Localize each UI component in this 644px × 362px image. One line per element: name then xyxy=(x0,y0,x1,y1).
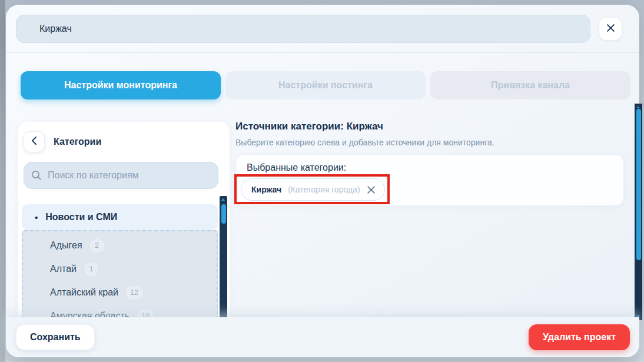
header-divider xyxy=(6,52,639,53)
modal-footer: Сохранить Удалить проект xyxy=(6,317,639,357)
selected-category-chip: Киржач (Категория города) xyxy=(241,178,385,201)
project-name-input[interactable] xyxy=(16,15,590,43)
scroll-up-icon xyxy=(636,106,640,108)
sidebar-scrollbar-thumb[interactable] xyxy=(221,204,226,224)
tab-posting-settings[interactable]: Настройки постинга xyxy=(225,71,426,99)
bullet-icon: • xyxy=(35,212,38,222)
category-list: Адыгея 2 Алтай 1 Алтайский край 12 Амурс… xyxy=(22,230,218,328)
tab-channel-binding[interactable]: Привязка канала xyxy=(430,71,630,99)
category-search[interactable] xyxy=(24,162,218,189)
modal-close-button[interactable] xyxy=(599,17,622,41)
chip-category-type: (Категория города) xyxy=(288,185,360,194)
sources-subtitle: Выберите категорию слева и добавьте исто… xyxy=(235,138,494,147)
sidebar-scrollbar[interactable] xyxy=(220,196,227,321)
page-background: Настройки мониторинга Настройки постинга… xyxy=(0,0,644,362)
category-item-label: Алтай xyxy=(50,264,77,274)
categories-sidebar: Категории • Новости и СМИ Адыгея 2 Алтай xyxy=(18,122,230,328)
category-count-badge: 12 xyxy=(125,285,144,301)
sources-title: Источники категории: Киржач xyxy=(235,121,383,132)
save-button[interactable]: Сохранить xyxy=(16,324,95,350)
category-item-label: Алтайский край xyxy=(50,287,118,298)
project-settings-modal: Настройки мониторинга Настройки постинга… xyxy=(6,5,639,357)
category-count-badge: 1 xyxy=(83,261,99,277)
category-item-adygeya[interactable]: Адыгея 2 xyxy=(50,234,217,257)
close-icon xyxy=(606,24,615,35)
search-icon xyxy=(31,170,42,181)
category-item-label: Адыгея xyxy=(50,240,82,251)
chip-remove-button[interactable] xyxy=(367,185,376,194)
sidebar-title: Категории xyxy=(54,131,101,152)
main-scrollbar-thumb[interactable] xyxy=(636,109,641,260)
main-scrollbar[interactable] xyxy=(635,104,642,320)
selected-categories-label: Выбранные категории: xyxy=(247,162,346,173)
chip-category-name: Киржач xyxy=(251,185,281,194)
category-item-altayskiy-kray[interactable]: Алтайский край 12 xyxy=(50,281,217,304)
category-count-badge: 2 xyxy=(89,238,105,254)
chevron-left-icon xyxy=(31,137,37,147)
tab-monitoring-settings[interactable]: Настройки мониторинга xyxy=(21,71,221,99)
category-group-news-media[interactable]: • Новости и СМИ xyxy=(22,204,218,230)
scroll-up-icon xyxy=(221,198,225,201)
tab-bar: Настройки мониторинга Настройки постинга… xyxy=(21,71,630,99)
category-search-input[interactable] xyxy=(48,170,211,181)
category-group-label: Новости и СМИ xyxy=(45,212,117,222)
back-button[interactable] xyxy=(24,131,45,152)
category-item-altay[interactable]: Алтай 1 xyxy=(50,257,217,281)
selected-categories-panel: Выбранные категории: Киржач (Категория г… xyxy=(235,154,624,206)
delete-project-button[interactable]: Удалить проект xyxy=(529,324,630,350)
